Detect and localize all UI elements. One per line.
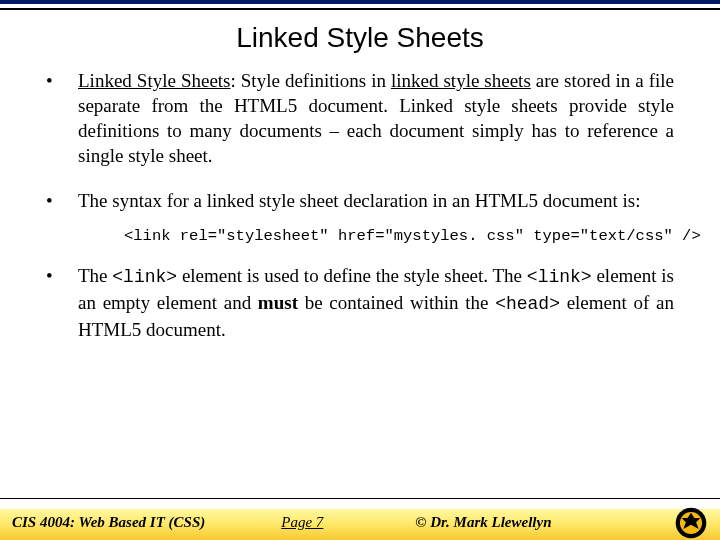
bullet-3-code2: <link>: [527, 267, 592, 287]
ucf-logo-icon: [674, 506, 708, 540]
footer-course: CIS 4004: Web Based IT (CSS): [12, 514, 245, 531]
bullet-3-bold: must: [258, 292, 298, 313]
footer: CIS 4004: Web Based IT (CSS) Page 7 © Dr…: [0, 498, 720, 540]
bullet-1: Linked Style Sheets: Style definitions i…: [46, 68, 674, 168]
bullet-2: The syntax for a linked style sheet decl…: [46, 188, 674, 213]
bullet-3-b: element is used to define the style shee…: [177, 265, 527, 286]
code-snippet: <link rel="stylesheet" href="mystyles. c…: [124, 227, 674, 245]
slide-title: Linked Style Sheets: [0, 22, 720, 54]
slide-body: Linked Style Sheets: Style definitions i…: [0, 68, 720, 342]
bullet-1-lead: Linked Style Sheets: [78, 70, 231, 91]
bullet-1-linked: linked style sheets: [391, 70, 531, 91]
bullet-3: The <link> element is used to define the…: [46, 263, 674, 342]
bullet-list: Linked Style Sheets: Style definitions i…: [46, 68, 674, 213]
bullet-2-text: The syntax for a linked style sheet decl…: [78, 190, 640, 211]
bullet-3-code3: <head>: [495, 294, 560, 314]
footer-copyright: © Dr. Mark Llewellyn: [359, 514, 551, 531]
bullet-3-d: be contained within the: [298, 292, 495, 313]
bullet-3-a: The: [78, 265, 112, 286]
footer-page: Page 7: [245, 514, 359, 531]
slide: Linked Style Sheets Linked Style Sheets:…: [0, 0, 720, 540]
bullet-1-a: : Style definitions in: [231, 70, 391, 91]
bullet-3-code1: <link>: [112, 267, 177, 287]
bullet-list-2: The <link> element is used to define the…: [46, 263, 674, 342]
top-rule: [0, 8, 720, 10]
